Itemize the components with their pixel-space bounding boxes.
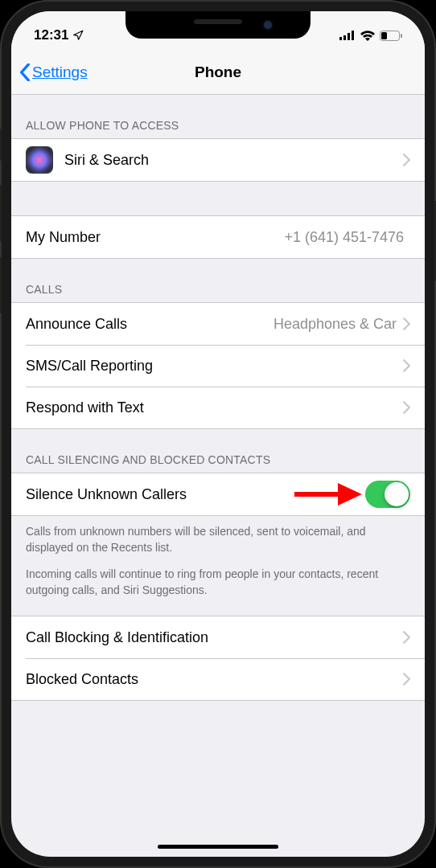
row-label: Call Blocking & Identification — [26, 629, 403, 646]
row-silence-unknown-callers: Silence Unknown Callers — [11, 473, 425, 515]
footer-text-2: Incoming calls will continue to ring fro… — [11, 563, 425, 616]
row-blocked-contacts[interactable]: Blocked Contacts — [11, 658, 425, 700]
phone-frame: 12:31 Settings Phone ALLOW PHONE TO ACCE… — [0, 0, 436, 868]
chevron-left-icon — [19, 63, 31, 81]
mute-switch — [0, 129, 2, 161]
home-indicator[interactable] — [158, 845, 278, 849]
content-scroll[interactable]: ALLOW PHONE TO ACCESS Siri & Search My N… — [11, 95, 425, 857]
row-label: Announce Calls — [26, 316, 274, 333]
silence-unknown-toggle[interactable] — [365, 481, 410, 508]
row-sms-call-reporting[interactable]: SMS/Call Reporting — [11, 345, 425, 387]
location-icon — [72, 30, 84, 41]
row-label: My Number — [26, 229, 284, 246]
svg-rect-6 — [381, 32, 387, 39]
row-call-blocking[interactable]: Call Blocking & Identification — [11, 616, 425, 658]
chevron-right-icon — [403, 359, 410, 372]
row-value: +1 (641) 451-7476 — [284, 229, 404, 246]
notch — [125, 11, 311, 39]
svg-rect-0 — [339, 37, 342, 40]
back-button[interactable]: Settings — [11, 63, 88, 81]
nav-bar: Settings Phone — [11, 50, 425, 95]
wifi-icon — [360, 31, 375, 41]
footer-text-1: Calls from unknown numbers will be silen… — [11, 516, 425, 563]
row-my-number[interactable]: My Number +1 (641) 451-7476 — [11, 216, 425, 258]
chevron-right-icon — [403, 317, 410, 330]
svg-rect-5 — [401, 34, 402, 38]
row-announce-calls[interactable]: Announce Calls Headphones & Car — [11, 303, 425, 345]
volume-up-button — [0, 185, 2, 241]
row-label: Blocked Contacts — [26, 671, 403, 688]
row-label: SMS/Call Reporting — [26, 358, 403, 375]
row-respond-with-text[interactable]: Respond with Text — [11, 387, 425, 428]
section-header-access: ALLOW PHONE TO ACCESS — [11, 95, 425, 138]
speaker — [194, 19, 242, 24]
cellular-icon — [339, 31, 356, 40]
row-label: Silence Unknown Callers — [26, 486, 365, 503]
svg-rect-1 — [343, 35, 346, 40]
chevron-right-icon — [403, 673, 410, 686]
section-header-calls: CALLS — [11, 259, 425, 302]
chevron-right-icon — [403, 154, 410, 166]
section-header-silencing: CALL SILENCING AND BLOCKED CONTACTS — [11, 429, 425, 473]
row-siri-search[interactable]: Siri & Search — [11, 139, 425, 181]
front-camera — [264, 21, 272, 29]
back-label: Settings — [32, 63, 88, 81]
siri-icon — [26, 146, 53, 174]
chevron-right-icon — [403, 401, 410, 414]
row-value: Headphones & Car — [274, 316, 397, 333]
row-label: Siri & Search — [64, 152, 403, 169]
toggle-knob — [385, 482, 409, 506]
row-label: Respond with Text — [26, 399, 403, 416]
volume-down-button — [0, 257, 2, 313]
chevron-right-icon — [403, 631, 410, 644]
battery-icon — [380, 31, 402, 41]
svg-rect-2 — [348, 33, 350, 40]
status-time: 12:31 — [34, 27, 68, 43]
screen: 12:31 Settings Phone ALLOW PHONE TO ACCE… — [11, 11, 425, 857]
svg-rect-3 — [352, 31, 354, 40]
